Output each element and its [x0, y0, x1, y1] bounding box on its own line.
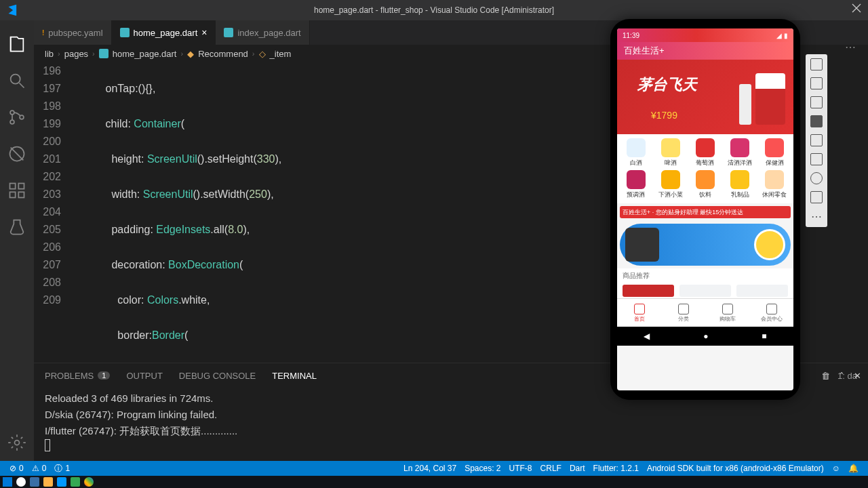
tab-output[interactable]: OUTPUT: [126, 371, 162, 381]
close-icon[interactable]: ×: [201, 27, 207, 38]
rotate-icon[interactable]: [810, 96, 823, 108]
nav-icon: [766, 304, 777, 314]
product-card[interactable]: [623, 285, 674, 297]
activity-bar: [0, 20, 34, 462]
avatar: [625, 228, 659, 262]
status-bar: ⊘0 ⚠0 ⓘ1 Ln 204, Col 37 Spaces: 2 UTF-8 …: [0, 461, 868, 476]
dart-file-icon: [224, 28, 233, 37]
category-item[interactable]: 葡萄酒: [689, 138, 721, 167]
category-item[interactable]: 保健酒: [759, 138, 791, 167]
status-errors[interactable]: ⊘0: [5, 464, 28, 473]
recent-icon[interactable]: ■: [762, 331, 766, 341]
status-warnings[interactable]: ⚠0: [28, 464, 51, 473]
category-icon: [730, 138, 749, 157]
tab-home-page[interactable]: home_page.dart×: [112, 20, 216, 45]
category-item[interactable]: 白酒: [620, 138, 652, 167]
tab-debug-console[interactable]: DEBUG CONSOLE: [179, 371, 256, 381]
status-flutter[interactable]: Flutter: 1.2.1: [589, 464, 643, 473]
rotate-icon[interactable]: [810, 77, 823, 89]
product-image-icon: [755, 73, 785, 125]
svg-point-1: [10, 110, 14, 115]
tab-problems[interactable]: PROBLEMS1: [45, 371, 110, 381]
settings-gear-icon[interactable]: [0, 426, 34, 460]
window-close-button[interactable]: [852, 3, 861, 15]
category-item[interactable]: 啤酒: [654, 138, 686, 167]
home-icon[interactable]: [810, 172, 823, 184]
trash-icon[interactable]: 🗑: [821, 371, 830, 381]
close-panel-icon[interactable]: ✕: [854, 371, 861, 381]
category-item[interactable]: 休闲零食: [759, 170, 791, 199]
yaml-file-icon: !: [42, 29, 44, 37]
category-icon: [696, 138, 715, 157]
power-icon[interactable]: [810, 58, 823, 70]
windows-taskbar[interactable]: [0, 476, 868, 488]
banner[interactable]: 茅台飞天 ¥1799: [617, 60, 793, 134]
category-icon: [627, 170, 646, 189]
more-icon[interactable]: ⋯: [845, 41, 857, 54]
phone-icon[interactable]: [754, 229, 785, 260]
category-item[interactable]: 预调酒: [620, 170, 652, 199]
status-eol[interactable]: CRLF: [536, 464, 566, 473]
zoom-icon[interactable]: [810, 134, 823, 146]
back-icon[interactable]: ◀: [644, 331, 650, 341]
status-cursor-pos[interactable]: Ln 204, Col 37: [399, 464, 460, 473]
tab-terminal[interactable]: TERMINAL: [272, 371, 317, 381]
nav-item[interactable]: 首页: [617, 299, 661, 327]
status-spaces[interactable]: Spaces: 2: [460, 464, 505, 473]
tab-pubspec[interactable]: !pubspec.yaml: [34, 20, 112, 45]
more-icon[interactable]: ⋯: [811, 210, 822, 223]
nav-item[interactable]: 分类: [661, 299, 705, 327]
overview-icon[interactable]: [810, 191, 823, 203]
product-card[interactable]: [736, 285, 788, 297]
status-device[interactable]: Android SDK built for x86 (android-x86 E…: [643, 464, 828, 473]
nav-item[interactable]: 会员中心: [749, 299, 793, 327]
chevron-up-icon[interactable]: ˄: [840, 371, 844, 381]
line-gutter: 1961971981992002012022032042052062072082…: [34, 62, 75, 309]
svg-point-0: [11, 75, 20, 84]
home-icon[interactable]: ●: [703, 331, 708, 341]
product-card[interactable]: [679, 285, 731, 297]
explorer-taskbar-icon[interactable]: [43, 477, 53, 487]
emulator-toolbar: ⋯: [806, 54, 827, 227]
phone-status-bar: 11:39◢ ▮: [617, 28, 793, 42]
chrome-taskbar-icon[interactable]: [84, 477, 94, 487]
cortana-icon[interactable]: [16, 477, 26, 487]
category-item[interactable]: 下酒小菜: [654, 170, 686, 199]
category-item[interactable]: 饮料: [689, 170, 721, 199]
back-icon[interactable]: [810, 153, 823, 165]
explorer-icon[interactable]: [0, 27, 34, 61]
task-icon[interactable]: [30, 477, 39, 487]
dart-file-icon: [120, 28, 130, 37]
debug-icon[interactable]: [0, 137, 34, 171]
smile-icon[interactable]: ☺: [828, 464, 844, 473]
svg-rect-5: [10, 184, 16, 189]
search-icon[interactable]: [0, 64, 34, 98]
tab-index-page[interactable]: index_page.dart: [216, 20, 309, 45]
category-grid: 白酒啤酒葡萄酒清酒洋酒保健酒预调酒下酒小菜饮料乳制品休闲零食: [617, 134, 793, 203]
product-image-icon: [739, 84, 751, 125]
category-icon: [661, 138, 680, 157]
app-icon[interactable]: [71, 477, 80, 487]
source-control-icon[interactable]: [0, 100, 34, 134]
class-icon: ◆: [187, 49, 194, 59]
camera-icon[interactable]: [810, 115, 823, 127]
nav-item[interactable]: 购物车: [705, 299, 749, 327]
start-button[interactable]: [3, 477, 12, 487]
vscode-taskbar-icon[interactable]: [57, 477, 66, 487]
status-lang[interactable]: Dart: [566, 464, 589, 473]
category-item[interactable]: 乳制品: [724, 170, 756, 199]
promo-strip[interactable]: 百姓生活+ · 您的贴身好助理 最快15分钟送达: [620, 206, 791, 218]
call-card[interactable]: [620, 224, 791, 266]
bell-icon[interactable]: 🔔: [844, 464, 863, 473]
category-item[interactable]: 清酒洋酒: [724, 138, 756, 167]
emulator-device: 11:39◢ ▮ 百姓生活+ 茅台飞天 ¥1799 白酒啤酒葡萄酒清酒洋酒保健酒…: [610, 19, 800, 400]
nav-icon: [678, 304, 689, 314]
problems-badge: 1: [98, 371, 110, 380]
extensions-icon[interactable]: [0, 174, 34, 207]
vscode-logo-icon: [0, 3, 27, 17]
status-encoding[interactable]: UTF-8: [505, 464, 536, 473]
lightbulb-icon[interactable]: 💡: [68, 362, 79, 363]
category-icon: [661, 170, 680, 189]
test-icon[interactable]: [0, 210, 34, 244]
status-info[interactable]: ⓘ1: [50, 463, 74, 474]
